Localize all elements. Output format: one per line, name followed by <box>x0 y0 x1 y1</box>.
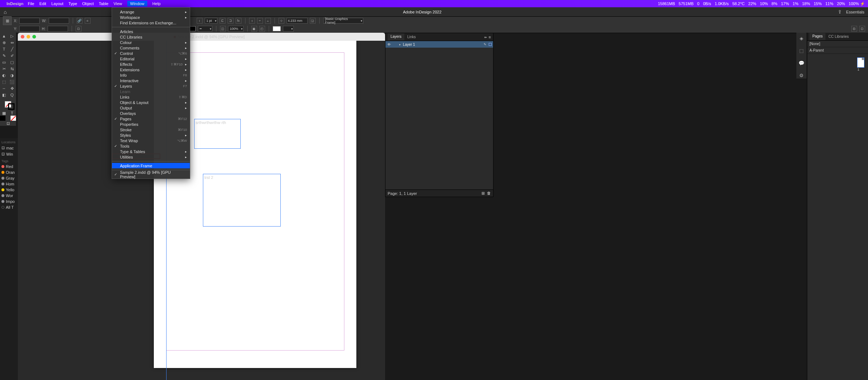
menu-item-object-layout[interactable]: Object & Layout <box>112 100 190 105</box>
traffic-lights[interactable] <box>21 35 36 39</box>
document-canvas[interactable]: srthwrthwrthw rth trst 2 <box>18 41 385 380</box>
selection-square-icon[interactable] <box>489 43 492 46</box>
document-titlebar[interactable]: ■Sample 2.indd @ 94% [GPU Preview] <box>18 33 385 41</box>
ref-value-field[interactable] <box>287 18 308 24</box>
zoom-icon[interactable] <box>32 35 36 39</box>
menu-item-type-tables[interactable]: Type & Tables <box>112 149 190 154</box>
join-icon[interactable]: ⊐ <box>228 18 233 24</box>
delete-layer-icon[interactable]: 🗑 <box>487 191 491 196</box>
menu-item-interactive[interactable]: Interactive <box>112 78 190 83</box>
panel-menu-icon[interactable]: ⊟ <box>851 26 857 32</box>
menu-layout[interactable]: Layout <box>51 1 63 6</box>
a-parent-row[interactable]: A-Parent <box>807 47 868 54</box>
menu-object[interactable]: Object <box>82 1 94 6</box>
menu-item-colour[interactable]: Colour <box>112 40 190 45</box>
constrain-icon[interactable]: ⊡ <box>76 26 81 32</box>
collapse-icon[interactable]: ▸▸ <box>484 35 487 39</box>
page-number-label: 1 <box>857 68 864 71</box>
menu-item-application-frame[interactable]: Application Frame <box>112 163 190 168</box>
menu-view[interactable]: View <box>113 1 122 6</box>
visibility-icon[interactable]: 👁 <box>387 43 391 47</box>
menu-item-comments[interactable]: Comments <box>112 45 190 51</box>
menu-item-cc-libraries[interactable]: CC Libraries <box>112 34 190 40</box>
menu-type[interactable]: Type <box>68 1 77 6</box>
pen-icon[interactable]: ✎ <box>484 43 487 46</box>
app-name[interactable]: InDesign <box>7 1 23 6</box>
tab-links[interactable]: Links <box>404 34 419 40</box>
menu-item-output[interactable]: Output <box>112 105 190 111</box>
align-icon[interactable]: ≡ <box>85 18 91 24</box>
fill-color-swatch[interactable] <box>273 26 281 31</box>
fx-icon[interactable]: fx <box>236 18 241 24</box>
reference-point-icon[interactable]: ⊞ <box>3 16 12 25</box>
menu-file[interactable]: File <box>28 1 34 6</box>
opacity-dropdown[interactable]: 100% <box>228 26 244 32</box>
menu-item-info[interactable]: InfoF8 <box>112 72 190 78</box>
stroke-style-dropdown[interactable]: ━ <box>198 26 212 32</box>
menu-item-find-extensions-on-exchange-[interactable]: Find Extensions on Exchange... <box>112 20 190 25</box>
measure-icon[interactable]: ⊹ <box>279 18 284 24</box>
object-style-dropdown[interactable]: [Basic Graphics Frame] <box>323 18 363 24</box>
corner-icon[interactable]: ◲ <box>310 18 316 24</box>
menu-table[interactable]: Table <box>99 1 108 6</box>
h-field[interactable] <box>48 26 68 32</box>
menu-window[interactable]: Window <box>127 1 147 7</box>
align-center-icon[interactable]: ⫟ <box>257 18 263 24</box>
close-icon[interactable] <box>21 35 24 39</box>
dock-icon[interactable]: ⚙ <box>798 72 805 79</box>
menu-item-sample-2-indd-94-gpu-preview-[interactable]: Sample 2.indd @ 94% [GPU Preview] <box>112 172 190 177</box>
menu-item-control[interactable]: Control⌥⌘6 <box>112 51 190 56</box>
tab-cc-libraries[interactable]: CC Libraries <box>825 33 852 40</box>
menu-edit[interactable]: Edit <box>39 1 46 6</box>
x-field[interactable] <box>19 18 40 24</box>
fill-dropdown[interactable] <box>283 26 294 32</box>
panel-dock-icon[interactable]: ⊡ <box>859 26 865 32</box>
menu-item-styles[interactable]: Styles <box>112 132 190 138</box>
link-icon[interactable]: 🔗 <box>77 18 83 24</box>
workspace-switcher[interactable]: Essentials <box>846 10 864 14</box>
menu-item-layers[interactable]: LayersF7 <box>112 83 190 89</box>
dock-icon[interactable]: ⬚ <box>798 47 805 54</box>
opacity-icon[interactable]: ◫ <box>220 26 226 32</box>
align-right-icon[interactable]: ⫠ <box>265 18 271 24</box>
menu-item-workspace[interactable]: Workspace <box>112 15 190 20</box>
menu-item-utilities[interactable]: Utilities <box>112 154 190 160</box>
menu-item-stroke[interactable]: Stroke⌘F10 <box>112 127 190 132</box>
menu-item-properties[interactable]: Properties <box>112 121 190 127</box>
none-parent-row[interactable]: [None] <box>807 41 868 47</box>
share-icon[interactable]: ⇪ <box>838 9 842 15</box>
text-frame-1[interactable]: srthwrthwrthw rth <box>194 119 241 149</box>
align-left-icon[interactable]: ⫞ <box>249 18 255 24</box>
menu-item-overlays[interactable]: Overlays <box>112 111 190 116</box>
text-wrap-none-icon[interactable]: ▣ <box>251 26 257 32</box>
y-field[interactable] <box>19 26 40 32</box>
menu-item-articles[interactable]: Articles <box>112 29 190 34</box>
panel-menu-icon[interactable]: ≡ <box>489 35 491 39</box>
menu-item-editorial[interactable]: Editorial <box>112 56 190 61</box>
layer-row[interactable]: 👁 ▸ Layer 1 ✎ <box>385 41 493 48</box>
text-frame-2[interactable]: trst 2 <box>203 174 281 227</box>
minimize-icon[interactable] <box>27 35 30 39</box>
menu-item-links[interactable]: Links⇧⌘D <box>112 94 190 100</box>
tab-layers[interactable]: Layers <box>388 33 404 40</box>
menu-help[interactable]: Help <box>152 1 161 6</box>
menu-item-tools[interactable]: Tools <box>112 143 190 149</box>
dock-icon[interactable]: ◈ <box>798 35 805 41</box>
cap-icon[interactable]: ⊏ <box>220 18 225 24</box>
text-wrap-around-icon[interactable]: ◰ <box>259 26 265 32</box>
dock-icon[interactable]: 💬 <box>798 60 805 66</box>
menu-item-effects[interactable]: Effects⇧⌘F10 <box>112 61 190 67</box>
menu-item-text-wrap[interactable]: Text Wrap⌥⌘W <box>112 138 190 143</box>
w-field[interactable] <box>49 18 69 24</box>
tab-pages[interactable]: Pages <box>809 33 825 40</box>
new-layer-icon[interactable]: ⊞ <box>481 191 485 196</box>
home-icon[interactable]: ⌂ <box>4 9 7 15</box>
disclosure-icon[interactable]: ▸ <box>399 43 401 46</box>
menu-item-pages[interactable]: Pages⌘F12 <box>112 116 190 121</box>
stroke-weight-dropdown[interactable]: 1 pt <box>205 18 217 24</box>
menu-item-arrange[interactable]: Arrange <box>112 9 190 15</box>
page-thumbnail[interactable] <box>857 57 864 68</box>
layer-name[interactable]: Layer 1 <box>403 43 481 47</box>
stroke-swap-icon[interactable]: ↕ <box>197 18 203 24</box>
menu-item-extensions[interactable]: Extensions <box>112 67 190 72</box>
